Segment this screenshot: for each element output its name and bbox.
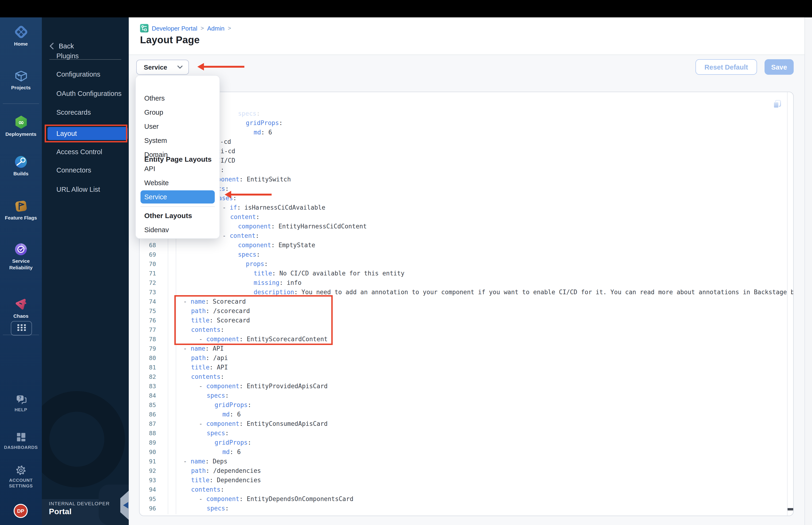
rail-item-label: DASHBOARDS — [0, 445, 42, 450]
code-line: 92path: /dependencies — [140, 466, 794, 476]
window-scrollbar[interactable] — [805, 17, 812, 525]
code-line: 95- component: EntityDependsOnComponents… — [140, 494, 794, 504]
sidebar-item-dashboards[interactable]: DASHBOARDS — [0, 431, 42, 450]
breadcrumb-developer-portal[interactable]: Developer Portal — [152, 25, 197, 32]
sidebar-item-feature-flags[interactable]: Feature Flags — [0, 199, 42, 221]
code-line: 67- content: — [140, 231, 794, 241]
sidebar-item-scorecards[interactable]: Scorecards — [56, 105, 91, 119]
sidebar-item-help[interactable]: ?HELP — [0, 393, 42, 413]
entity-type-select-value: Service — [144, 63, 167, 71]
sidebar-item-configurations[interactable]: Configurations — [56, 67, 100, 81]
breadcrumb-admin[interactable]: Admin — [207, 25, 225, 32]
line-number: 77 — [140, 325, 156, 335]
harness-icon-sidebar: HomeProjects∞DeploymentsBuildsFeature Fl… — [0, 17, 42, 525]
dropdown-item-domain[interactable]: Domain — [144, 148, 211, 162]
breadcrumb-separator: > — [228, 25, 231, 31]
line-number: 83 — [140, 381, 156, 391]
dropdown-section-header: Other Layouts — [144, 209, 192, 223]
code-line: 80path: /api — [140, 354, 794, 363]
sidebar-footer-title: Portal — [49, 507, 72, 516]
code-line: 72missing: info — [140, 278, 794, 288]
dropdown-divider — [140, 206, 215, 207]
code-line: 61- component: EntitySwitch — [140, 175, 794, 184]
line-number: 96 — [140, 504, 156, 513]
code-line: 56md: 6 — [140, 128, 794, 137]
sidebar-item-chaos[interactable]: Chaos — [0, 297, 42, 319]
user-avatar[interactable]: DP — [14, 504, 28, 518]
window-top-bar — [0, 0, 812, 17]
line-number: 95 — [140, 494, 156, 504]
code-line: 96specs: — [140, 504, 794, 513]
code-line: 68component: EmptyState — [140, 241, 794, 250]
chevron-left-icon — [49, 43, 54, 49]
dropdown-item-service[interactable]: Service — [140, 190, 215, 204]
rail-item-label: Chaos — [0, 313, 42, 319]
rail-item-label: HELP — [0, 407, 42, 413]
sidebar-item-connectors[interactable]: Connectors — [56, 163, 91, 177]
sidebar-item-builds[interactable]: Builds — [0, 155, 42, 177]
code-line: 71title: No CI/CD available for this ent… — [140, 269, 794, 278]
rail-item-label: Builds — [0, 170, 42, 177]
code-line: 89gridProps: — [140, 438, 794, 448]
sidebar-item-home[interactable]: Home — [0, 25, 42, 47]
app-window: HomeProjects∞DeploymentsBuildsFeature Fl… — [0, 0, 812, 525]
line-number: 84 — [140, 391, 156, 401]
apps-grid-button[interactable] — [11, 321, 32, 335]
code-line: 65content: — [140, 212, 794, 222]
sidebar-item-account-settings[interactable]: ACCOUNT SETTINGS — [0, 464, 42, 489]
code-line: 54specs: — [140, 109, 794, 118]
svg-text:?: ? — [18, 395, 21, 401]
line-number: 90 — [140, 448, 156, 457]
code-line: 70props: — [140, 259, 794, 269]
sidebar-item-deployments[interactable]: ∞Deployments — [0, 115, 42, 137]
line-number: 72 — [140, 278, 156, 288]
dropdown-item-group[interactable]: Group — [144, 105, 211, 119]
code-line: 82contents: — [140, 372, 794, 381]
line-number: 71 — [140, 269, 156, 278]
entity-layouts-dropdown-menu: Entity Page Layouts OthersGroupUserSyste… — [135, 75, 220, 239]
line-number: 92 — [140, 466, 156, 476]
dropdown-item-user[interactable]: User — [144, 119, 211, 134]
line-number: 94 — [140, 485, 156, 494]
line-number: 82 — [140, 372, 156, 381]
code-line: 55gridProps: — [140, 118, 794, 128]
annotation-box-scorecard-code — [174, 295, 333, 345]
code-line: 62specs: — [140, 184, 794, 194]
line-number: 76 — [140, 316, 156, 325]
annotation-arrow-select — [203, 66, 244, 68]
dropdown-item-system[interactable]: System — [144, 134, 211, 148]
sidebar-item-projects[interactable]: Projects — [0, 69, 42, 91]
code-line: 86md: 6 — [140, 410, 794, 419]
sidebar-item-access-control[interactable]: Access Control — [56, 145, 102, 159]
sidebar-item-plugins[interactable]: Plugins — [56, 49, 79, 63]
sidebar-item-url-allow-list[interactable]: URL Allow List — [56, 182, 100, 196]
line-number: 85 — [140, 401, 156, 410]
editor-scrollbar-thumb[interactable] — [787, 508, 794, 510]
dropdown-item-website[interactable]: Website — [144, 176, 211, 190]
line-number: 89 — [140, 438, 156, 448]
dropdown-item-api[interactable]: API — [144, 162, 211, 176]
page-title: Layout Page — [140, 34, 200, 46]
reset-default-button[interactable]: Reset Default — [695, 59, 757, 75]
line-number: 74 — [140, 297, 156, 306]
admin-sidebar: Back PluginsConfigurationsOAuth Configur… — [42, 17, 129, 525]
rail-item-label: Feature Flags — [0, 215, 42, 221]
sidebar-item-service-reliability[interactable]: Service Reliability — [0, 242, 42, 271]
rail-item-label: Service Reliability — [4, 258, 38, 271]
code-line: 58path: /ci-cd — [140, 147, 794, 156]
sidebar-item-oauth-configurations[interactable]: OAuth Configurations — [56, 87, 121, 101]
code-line: 85gridProps: — [140, 401, 794, 410]
entity-type-select[interactable]: Service — [136, 60, 189, 75]
apps-grid-icon — [17, 324, 26, 332]
dropdown-item-others[interactable]: Others — [144, 91, 211, 105]
dropdown-item-sidenav[interactable]: Sidenav — [144, 223, 211, 237]
breadcrumb-separator: > — [201, 25, 204, 31]
line-number: 80 — [140, 354, 156, 363]
developer-portal-logo-icon — [140, 24, 149, 32]
copy-icon[interactable] — [772, 99, 782, 108]
code-line: 88specs: — [140, 429, 794, 438]
line-number: 93 — [140, 476, 156, 485]
save-button[interactable]: Save — [765, 59, 794, 75]
line-number: 81 — [140, 363, 156, 372]
chevron-down-icon — [177, 65, 183, 69]
